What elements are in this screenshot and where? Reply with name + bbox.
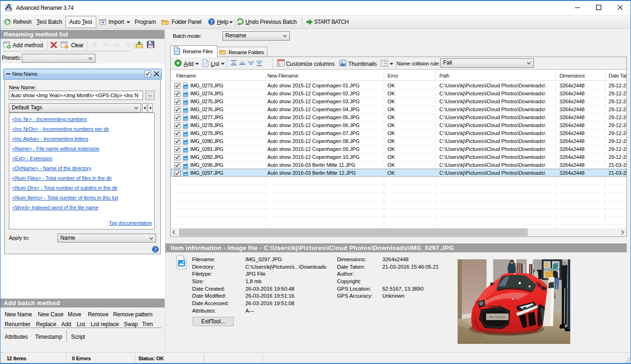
- svg-text:?: ?: [210, 19, 213, 25]
- svg-text:?: ?: [154, 247, 157, 253]
- svg-text:R8 V10 plus: R8 V10 plus: [489, 315, 506, 319]
